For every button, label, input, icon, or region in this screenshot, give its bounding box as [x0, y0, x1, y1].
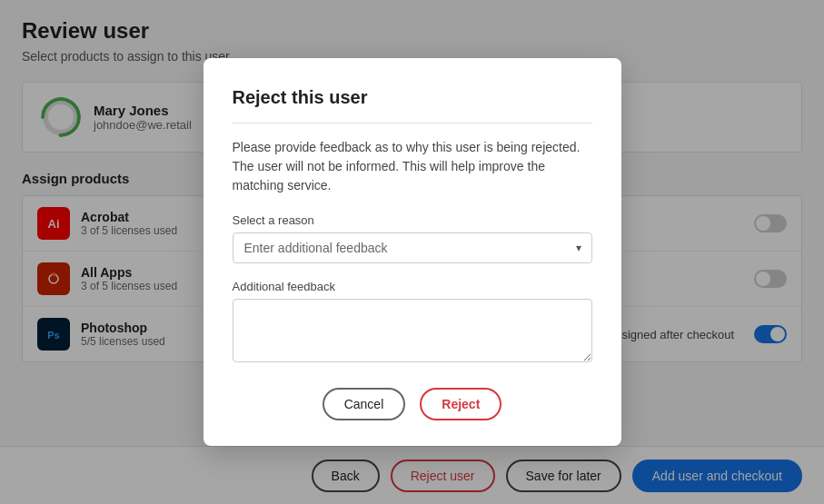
feedback-label: Additional feedback	[233, 280, 592, 293]
reject-modal: Reject this user Please provide feedback…	[204, 58, 621, 446]
modal-overlay: Reject this user Please provide feedback…	[0, 0, 824, 504]
modal-actions: Cancel Reject	[233, 388, 592, 420]
cancel-button[interactable]: Cancel	[323, 388, 406, 420]
select-reason-label: Select a reason	[233, 213, 592, 227]
modal-title: Reject this user	[233, 87, 592, 124]
modal-description: Please provide feedback as to why this u…	[233, 138, 592, 195]
select-reason-wrapper: Enter additional feedback Not a good fit…	[233, 232, 592, 263]
select-reason-dropdown[interactable]: Enter additional feedback Not a good fit…	[233, 232, 592, 263]
additional-feedback-input[interactable]	[233, 299, 592, 362]
reject-confirm-button[interactable]: Reject	[420, 388, 501, 420]
